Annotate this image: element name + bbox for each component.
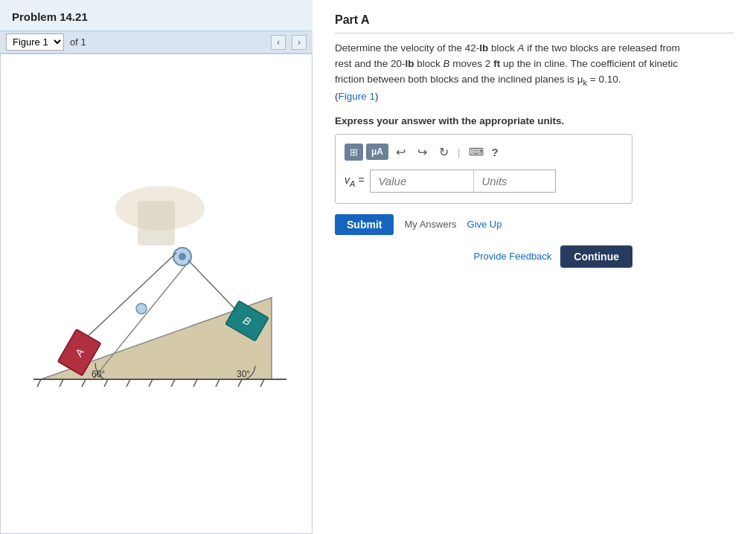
input-row: vA = [345, 170, 623, 193]
svg-point-18 [179, 253, 186, 260]
help-icon: ? [491, 146, 498, 158]
provide-feedback-link[interactable]: Provide Feedback [474, 251, 552, 262]
keyboard-button[interactable]: ⌨ [464, 142, 488, 161]
grid-button[interactable]: ⊞ [345, 144, 363, 161]
toolbar-separator: | [456, 147, 461, 158]
undo-button[interactable]: ↩ [391, 142, 410, 162]
value-input[interactable] [370, 170, 474, 193]
right-panel: Part A Determine the velocity of the 42-… [313, 0, 756, 534]
svg-text:30°: 30° [237, 369, 250, 379]
mu-a-icon: μA [371, 147, 383, 157]
units-input[interactable] [474, 170, 556, 193]
bottom-controls: Submit My Answers Give Up [335, 214, 734, 235]
svg-point-22 [136, 303, 147, 314]
figure-of-label: of 1 [70, 36, 86, 48]
give-up-link[interactable]: Give Up [467, 219, 502, 230]
figure-select[interactable]: Figure 1 [6, 33, 64, 51]
figure-next-button[interactable]: › [292, 35, 307, 50]
grid-icon: ⊞ [350, 147, 358, 158]
problem-title: Problem 14.21 [0, 0, 313, 30]
toolbar: ⊞ μA ↩ ↪ ↻ | ⌨ ? [345, 142, 623, 162]
my-answers-label: My Answers [404, 219, 456, 230]
figure-svg: A B 60° 30° [19, 186, 294, 402]
refresh-button[interactable]: ↻ [435, 142, 453, 162]
figure-area: A B 60° 30° [0, 54, 313, 534]
va-label: vA = [345, 174, 364, 188]
figure-link[interactable]: Figure 1 [339, 91, 376, 102]
problem-description: Determine the velocity of the 42-lb bloc… [335, 41, 734, 105]
submit-button[interactable]: Submit [335, 214, 394, 235]
feedback-continue-row: Provide Feedback Continue [335, 245, 632, 268]
mu-a-button[interactable]: μA [366, 144, 388, 160]
answer-box: ⊞ μA ↩ ↪ ↻ | ⌨ ? vA = [335, 134, 632, 204]
figure-prev-button[interactable]: ‹ [271, 35, 286, 50]
svg-rect-2 [138, 201, 175, 245]
svg-text:60°: 60° [92, 369, 105, 379]
continue-button[interactable]: Continue [560, 245, 632, 268]
left-panel: Problem 14.21 Figure 1 of 1 ‹ › [0, 0, 313, 534]
keyboard-icon: ⌨ [469, 146, 484, 158]
help-button[interactable]: ? [491, 146, 498, 158]
refresh-icon: ↻ [439, 146, 449, 158]
redo-icon: ↪ [417, 146, 427, 158]
part-title: Part A [335, 13, 734, 33]
redo-button[interactable]: ↪ [413, 142, 432, 162]
figure-controls: Figure 1 of 1 ‹ › [0, 30, 313, 54]
express-label: Express your answer with the appropriate… [335, 115, 734, 126]
undo-icon: ↩ [396, 146, 406, 158]
